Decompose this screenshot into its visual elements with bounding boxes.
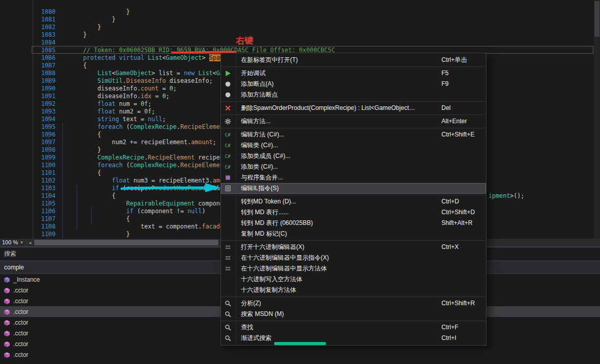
context-menu-item[interactable]: 在十六进制编辑器中显示指令(X) [221,253,486,263]
csharp-icon: C# [225,153,231,160]
field-icon [4,277,10,283]
hex-icon [225,265,231,272]
svg-text:C#: C# [225,143,231,148]
vertical-scrollbar-thumb[interactable] [594,1,599,37]
breakpoint-icon [225,81,231,87]
code-line[interactable]: 1085// Token: 0x060025BB RID: 9659 RVA: … [0,39,600,47]
context-menu-item[interactable]: 在新标签页中打开(T) Ctrl+单击 [221,55,486,65]
svg-text:C#: C# [225,153,231,159]
menu-separator [221,195,485,195]
menu-item-label: 编辑类 (C#)... [241,140,278,151]
menu-item-label: 渐进式搜索 [241,333,272,344]
zoom-level[interactable]: 100 % [2,239,18,246]
context-menu-item[interactable]: 渐进式搜索 Ctrl+I [221,333,486,344]
menu-item-shortcut: Del [441,103,451,113]
horizontal-scrollbar-thumb[interactable] [34,240,218,245]
breakpoint-icon [225,92,231,98]
context-menu-item[interactable]: 添加方法断点 [221,89,486,100]
context-menu-item[interactable]: C# 编辑方法 (C#)... Ctrl+Shift+E [221,129,486,140]
menu-item-label: 在十六进制编辑器中显示方法体 [241,263,327,274]
menu-separator [221,128,485,128]
menu-item-shortcut: Ctrl+D [441,196,459,207]
context-menu-item[interactable]: 查找 Ctrl+F [221,322,486,333]
search-result-label: .cctor [13,308,28,315]
search-icon [225,311,231,317]
annotation-green-underline [274,342,326,345]
menu-item-shortcut: Ctrl+Shift+R [441,298,475,309]
menu-item-shortcut: Ctrl+I [441,333,456,344]
ctor-icon [4,287,10,294]
menu-item-label: 打开十六进制编辑器(X) [241,242,304,253]
ctor-icon [4,298,10,305]
menu-separator [221,115,485,115]
search-query-text: comple [0,261,24,274]
context-menu-item[interactable]: 转到 MD 表行 (060025BB) Shift+Alt+R [221,218,486,229]
menu-item-shortcut: Ctrl+单击 [441,55,467,65]
search-result-label: .cctor [13,330,28,337]
menu-item-label: 开始调试 [241,68,265,79]
menu-item-label: 添加断点(A) [241,79,274,89]
scroll-left-arrow-icon[interactable]: ◂ [29,239,31,246]
context-menu-item[interactable]: 转到 MD 表行...... Ctrl+Shift+D [221,207,486,218]
code-line[interactable]: 1082 } [0,16,600,24]
menu-item-label: 查找 [241,322,253,333]
search-icon [225,324,231,331]
context-menu-item[interactable]: 转到MD Token (D)... Ctrl+D [221,196,486,207]
menu-item-shortcut: Ctrl+Shift+E [441,129,475,140]
context-menu-item[interactable]: 添加断点(A) F9 [221,79,486,89]
search-result-row[interactable]: .cctor [0,349,600,360]
hex-icon [225,244,231,251]
ctor-icon [4,330,10,337]
menu-separator [221,240,485,241]
context-menu-item[interactable]: 复制 MD 标记(C) [221,229,486,239]
context-menu-item[interactable]: 十六进制复制方法体 [221,285,486,295]
annotation-arrow-icon [119,180,221,195]
ctor-icon [4,341,10,348]
context-menu-item[interactable]: C# 添加类 (C#)... [221,162,486,172]
context-menu-item[interactable]: C# 编辑类 (C#)... [221,140,486,151]
menu-item-label: 转到 MD 表行...... [241,207,288,218]
search-icon [225,335,231,342]
chevron-down-icon[interactable]: ▾ [20,239,23,246]
context-menu-item[interactable]: 开始调试 F5 [221,68,486,79]
menu-item-shortcut: Shift+Alt+R [441,218,473,229]
menu-item-shortcut: Ctrl+Shift+D [441,207,475,218]
menu-item-label: 添加方法断点 [241,89,278,100]
search-result-label: .cctor [13,287,28,294]
context-menu-item[interactable]: 十六进制写入空方法体 [221,274,486,285]
menu-item-label: 搜索 MSDN (M) [241,309,284,320]
il-doc-icon [225,185,231,192]
context-menu-item[interactable]: 编辑IL指令(S) [221,183,486,194]
hex-icon [225,255,231,261]
context-menu-item[interactable]: 分析(Z) Ctrl+Shift+R [221,298,486,309]
menu-item-label: 删除SpawnOrderProduct(ComplexRecipe) : Lis… [241,103,415,113]
csharp-icon: C# [225,164,231,170]
context-menu-item[interactable]: 删除SpawnOrderProduct(ComplexRecipe) : Lis… [221,103,486,113]
menu-separator [221,321,485,321]
menu-item-label: 转到 MD 表行 (060025BB) [241,218,313,229]
context-menu: 在新标签页中打开(T) Ctrl+单击 开始调试 F5 添加断点(A) F9 添… [220,53,486,346]
ctor-icon [4,352,10,358]
search-result-label: _Instance [13,276,40,283]
code-line[interactable]: 1083} [0,24,600,31]
dnspy-window: 1080 } 1081 } 1082 } 1083} 1084 1085// T… [0,0,600,364]
menu-item-label: 编辑IL指令(S) [241,183,279,194]
code-line[interactable]: 1081 } [0,8,600,16]
csharp-icon: C# [225,142,231,149]
gear-icon [225,118,231,125]
svg-text:C#: C# [225,132,231,138]
menu-separator [221,297,485,297]
menu-item-shortcut: Ctrl+F [441,322,458,333]
code-line[interactable]: 1080 } [0,1,600,8]
context-menu-item[interactable]: C# 添加类成员 (C#)... [221,151,486,162]
context-menu-item[interactable]: 与程序集合并... [221,172,486,183]
context-menu-item[interactable]: 在十六进制编辑器中显示方法体 [221,263,486,274]
menu-item-label: 在十六进制编辑器中显示指令(X) [241,253,329,263]
context-menu-item[interactable]: 打开十六进制编辑器(X) Ctrl+X [221,242,486,253]
merge-icon [225,174,231,181]
context-menu-item[interactable]: 编辑方法... Alt+Enter [221,116,486,127]
context-menu-item[interactable]: 搜索 MSDN (M) [221,309,486,320]
ctor-icon [4,320,10,326]
code-line[interactable]: 1084 [0,31,600,39]
editor-vertical-scrollbar[interactable] [594,0,600,239]
